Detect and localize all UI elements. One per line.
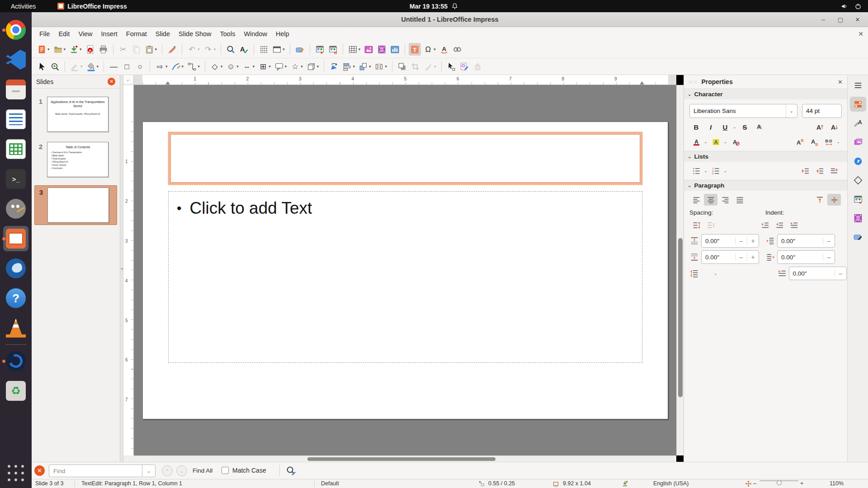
curves-and-polygons-button[interactable]: ▾ (170, 60, 185, 73)
dock-item-terminal[interactable]: >_ (1, 164, 30, 194)
center-vertically-button[interactable] (827, 194, 841, 206)
connectors-dropdown[interactable]: ▾ (198, 64, 200, 69)
find-input[interactable]: Find (49, 465, 142, 477)
menu-insert[interactable]: Insert (97, 28, 122, 39)
menu-file[interactable]: File (35, 28, 54, 39)
dock-item-thunderbird[interactable] (1, 253, 30, 283)
edit-points-button[interactable] (445, 60, 458, 73)
activities-button[interactable]: Activities (7, 2, 39, 11)
tab-master-slides[interactable] (850, 230, 866, 244)
after-indent-field[interactable]: 0.00″– (777, 250, 835, 264)
dock-item-chrome[interactable] (1, 15, 30, 45)
paste-button[interactable]: ▾ (143, 43, 159, 56)
menu-window[interactable]: Window (240, 28, 271, 39)
find-previous-button[interactable]: ⌃ (162, 465, 173, 476)
justify-button[interactable] (733, 194, 746, 206)
promote-button[interactable] (813, 165, 826, 177)
distribute-button[interactable]: ▾ (373, 60, 388, 73)
ordered-list-button[interactable] (709, 165, 723, 177)
fill-color-dropdown[interactable]: ▾ (97, 64, 99, 69)
vertical-ruler[interactable]: 1234567 (123, 85, 134, 455)
new-presentation-dropdown[interactable]: ▾ (47, 47, 50, 52)
firstline-indent-decrease[interactable]: – (835, 270, 846, 277)
properties-close-icon[interactable]: ✕ (838, 79, 843, 85)
underline-dropdown[interactable]: ⌄ (733, 125, 736, 129)
dock-item-trash[interactable]: ♻ (1, 376, 30, 406)
chevron-down-icon[interactable]: ⌄ (786, 104, 793, 117)
focused-app-indicator[interactable]: LibreOffice Impress (57, 3, 127, 10)
save-dropdown[interactable]: ▾ (80, 47, 82, 52)
arrange-dropdown[interactable]: ▾ (369, 64, 371, 69)
fontwork-button[interactable] (438, 43, 450, 56)
fit-slide-icon[interactable] (745, 480, 752, 487)
insert-table-button[interactable]: ▾ (347, 43, 362, 56)
special-character-button[interactable]: Ω▾ (422, 43, 437, 56)
dock-item-vlc[interactable] (1, 313, 30, 343)
bold-button[interactable]: B (689, 121, 703, 133)
insert-image-button[interactable] (363, 43, 375, 56)
firstline-indent-field[interactable]: 0.00″– (789, 267, 847, 280)
shadow-button[interactable] (396, 60, 408, 73)
symbol-shapes-dropdown[interactable]: ▾ (236, 64, 239, 69)
before-indent-decrease[interactable]: – (823, 237, 835, 244)
flowchart-shapes-dropdown[interactable]: ▾ (269, 64, 271, 69)
paragraph-section-header[interactable]: ⌄ Paragraph (684, 180, 847, 191)
move-down-button[interactable] (827, 165, 841, 177)
connectors-button[interactable]: ▾ (186, 60, 201, 73)
unordered-list-dropdown[interactable]: ⌄ (704, 169, 708, 173)
slide-thumbnail-3[interactable]: 3 (34, 185, 117, 225)
menu-help[interactable]: Help (272, 28, 293, 39)
horizontal-scrollbar-thumb[interactable] (307, 457, 495, 461)
slide-number-status[interactable]: Slide 3 of 3 (35, 480, 64, 487)
font-name-combobox[interactable]: Liberation Sans ⌄ (689, 104, 797, 118)
unsaved-changes-icon[interactable] (622, 480, 628, 487)
start-from-current-slide-button[interactable] (327, 43, 339, 56)
close-button[interactable]: ✕ (853, 14, 863, 24)
lines-and-arrows-dropdown[interactable]: ▾ (165, 64, 168, 69)
save-button[interactable]: ▾ (68, 43, 83, 56)
spelling-button[interactable] (238, 43, 250, 56)
insert-text-box-button[interactable] (409, 43, 421, 56)
dock-item-remote-app[interactable] (1, 346, 30, 376)
slide-thumbnail-2[interactable]: 2Table of Contents• Overview of AI in Tr… (34, 140, 117, 179)
menu-edit[interactable]: Edit (54, 28, 74, 39)
character-section-header[interactable]: ⌄ Character (684, 89, 847, 99)
zoom-in-button[interactable]: + (800, 480, 803, 487)
above-spacing-field[interactable]: 0.00″–+ (701, 234, 759, 248)
block-arrows-dropdown[interactable]: ▾ (253, 64, 255, 69)
character-spacing-dropdown[interactable]: ⌄ (836, 140, 840, 144)
zoom-level-value[interactable]: 110% (830, 480, 844, 487)
before-indent-field[interactable]: 0.00″– (777, 234, 835, 248)
subscript-button[interactable] (807, 136, 821, 148)
dock-item-help[interactable]: ? (1, 283, 30, 313)
font-size-combobox[interactable]: 44 pt (802, 104, 842, 118)
distribute-dropdown[interactable]: ▾ (385, 64, 387, 69)
menu-format[interactable]: Format (122, 28, 151, 39)
increase-indent-button[interactable] (758, 219, 772, 231)
find-and-replace-icon[interactable] (286, 465, 297, 476)
align-top-button[interactable] (813, 194, 826, 206)
align-objects-button[interactable]: ▾ (341, 60, 356, 73)
horizontal-ruler[interactable]: 123456789 (134, 75, 676, 85)
print-button[interactable] (97, 43, 109, 56)
new-slide-dropdown[interactable]: ▾ (283, 47, 285, 52)
zoom-slider-knob[interactable] (777, 480, 782, 485)
show-draw-functions-button[interactable] (294, 43, 306, 56)
tab-animation[interactable] (850, 211, 866, 225)
clear-direct-formatting-button[interactable] (729, 136, 742, 148)
slide-thumbnail-1[interactable]: 1Applications of AI in the Transportatio… (34, 95, 117, 134)
basic-shapes-button[interactable]: ◇▾ (209, 60, 224, 73)
vertical-scrollbar[interactable] (676, 85, 684, 455)
font-color-button[interactable] (689, 136, 703, 148)
language-status[interactable]: English (USA) (653, 480, 689, 487)
symbol-shapes-button[interactable]: ☺▾ (225, 60, 240, 73)
hanging-indent-button[interactable] (787, 219, 801, 231)
title-placeholder[interactable] (168, 132, 642, 185)
menu-tools[interactable]: Tools (216, 28, 240, 39)
special-character-dropdown[interactable]: ▾ (434, 47, 436, 52)
maximize-button[interactable]: ▢ (835, 14, 845, 24)
horizontal-scrollbar[interactable] (134, 455, 676, 462)
below-spacing-decrease[interactable]: – (735, 253, 747, 261)
dock-item-gimp[interactable] (1, 194, 30, 224)
sidebar-settings[interactable] (850, 78, 866, 93)
